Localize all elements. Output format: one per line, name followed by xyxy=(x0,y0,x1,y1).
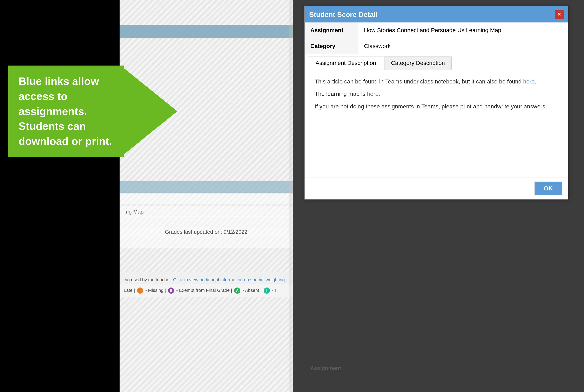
assignment-value: How Stories Connect and Persuade Us Lear… xyxy=(358,22,568,38)
student-score-detail-modal: Student Score Detail × Assignment How St… xyxy=(304,6,568,200)
tabs-row: Assignment Description Category Descript… xyxy=(305,56,568,70)
exempt-icon: E xyxy=(168,288,174,294)
legend-icons-row: Late | ! - Missing | E - Exempt from Fin… xyxy=(120,284,293,297)
desc-link-2[interactable]: here xyxy=(367,91,378,97)
assignment-value-row: ng Map xyxy=(120,206,293,218)
assignment-header-stripe: Assignment xyxy=(120,181,293,193)
table-row-bg-3 xyxy=(120,237,293,248)
category-row: Category Classwork xyxy=(305,38,568,54)
exempt-label: - Exempt from Final Grade | xyxy=(176,288,232,293)
desc-line-1-before: This article can be found in Teams under… xyxy=(315,78,523,85)
modal-title: Student Score Detail xyxy=(309,10,378,18)
desc-line-2-before: The learning map is xyxy=(315,91,367,97)
table-row-bg-1 xyxy=(120,194,293,204)
modal-titlebar: Student Score Detail × xyxy=(305,6,568,22)
incomplete-icon: I xyxy=(264,288,270,294)
table-row-bg-2 xyxy=(120,216,293,227)
ok-button[interactable]: OK xyxy=(534,182,562,195)
grades-updated-text: Grades last updated on: 9/12/2022 xyxy=(165,229,247,235)
desc-line-1-after: . xyxy=(535,78,536,85)
desc-link-1[interactable]: here xyxy=(523,78,535,85)
modal-close-button[interactable]: × xyxy=(555,10,564,19)
assignment-label: Assignment xyxy=(305,22,358,38)
modal-footer: OK xyxy=(305,177,568,199)
missing-icon: ! xyxy=(137,288,143,294)
missing-label: - Missing | xyxy=(145,288,166,293)
incomplete-label: - I xyxy=(272,288,276,293)
desc-line-3-text: If you are not doing these assignments i… xyxy=(315,103,546,110)
tab-category-description[interactable]: Category Description xyxy=(384,56,452,70)
absent-label: - Absent | xyxy=(242,288,262,293)
description-content: This article can be found in Teams under… xyxy=(309,70,564,173)
modal-body: Assignment How Stories Connect and Persu… xyxy=(305,22,568,173)
modal-overlay: Student Score Detail × Assignment How St… xyxy=(288,0,584,392)
desc-line-2: The learning map is here. xyxy=(315,89,558,99)
tab-assignment-description[interactable]: Assignment Description xyxy=(309,56,383,70)
special-weighting-link[interactable]: Click to view additional information on … xyxy=(173,277,285,282)
header-stripe-top xyxy=(120,25,293,38)
info-table: Assignment How Stories Connect and Persu… xyxy=(305,22,568,54)
assignment-row: Assignment How Stories Connect and Persu… xyxy=(305,22,568,38)
category-label: Category xyxy=(305,38,358,54)
annotation-text-box: Blue links allow access to assignments. … xyxy=(8,66,124,157)
category-value: Classwork xyxy=(358,38,568,54)
desc-line-3: If you are not doing these assignments i… xyxy=(315,102,558,112)
desc-line-1: This article can be found in Teams under… xyxy=(315,76,558,87)
annotation-group: Blue links allow access to assignments. … xyxy=(8,68,177,154)
absent-icon: A xyxy=(234,288,240,294)
annotation-arrow xyxy=(124,68,177,154)
grades-updated-row: Grades last updated on: 9/12/2022 xyxy=(120,227,293,237)
desc-line-2-after: . xyxy=(378,91,380,97)
legend-text: ng used by the teacher. xyxy=(125,277,172,282)
annotation-text: Blue links allow access to assignments. … xyxy=(18,75,112,147)
assignment-value-text: ng Map xyxy=(126,208,144,215)
